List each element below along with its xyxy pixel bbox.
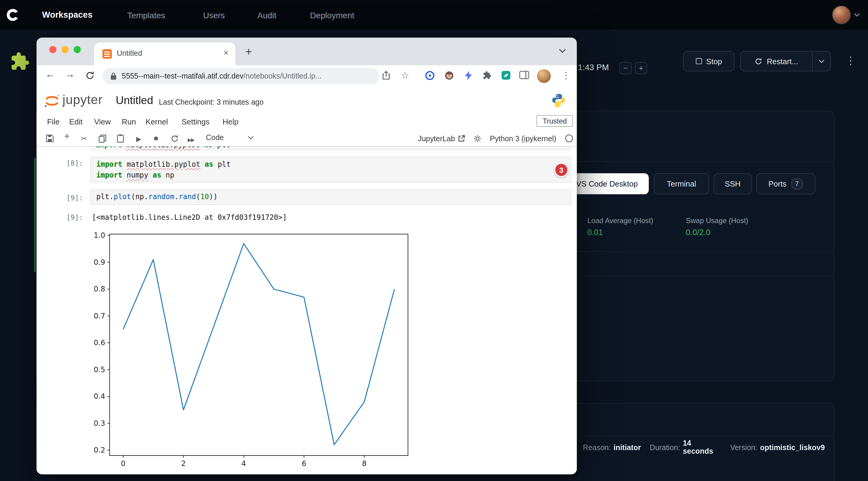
- svg-text:0.8: 0.8: [94, 285, 105, 293]
- ssh-button[interactable]: SSH: [714, 173, 752, 194]
- run-cell-icon[interactable]: ▶: [136, 134, 141, 143]
- monkey-extension-icon[interactable]: [444, 71, 454, 80]
- menu-settings[interactable]: Settings: [182, 117, 209, 126]
- notebook-title[interactable]: Untitled: [116, 94, 153, 107]
- restart-split-button: Restart...: [740, 51, 831, 71]
- reason-value: initiator: [614, 443, 641, 451]
- nav-item-users[interactable]: Users: [203, 10, 225, 20]
- load-average-label: Load Average (Host): [587, 217, 653, 225]
- close-window-button[interactable]: [49, 46, 56, 53]
- forward-button[interactable]: →: [65, 69, 75, 81]
- cell9-output-repr: [<matplotlib.lines.Line2D at 0x7fd03f191…: [92, 213, 287, 222]
- notebook-cells-area: import matplotlib.pyplot as plt [8]: imp…: [37, 147, 577, 474]
- duration-label: Duration:: [650, 443, 680, 451]
- gear-icon[interactable]: [473, 134, 482, 143]
- tab-search-chevron-icon[interactable]: [559, 49, 566, 53]
- external-link-icon: [458, 135, 465, 141]
- notebook-header: jupyter Untitled Last Checkpoint: 3 minu…: [37, 87, 577, 114]
- menu-kernel[interactable]: Kernel: [146, 117, 168, 126]
- menu-edit[interactable]: Edit: [69, 117, 83, 126]
- tab-title: Untitled: [117, 49, 142, 58]
- svg-text:2: 2: [181, 459, 186, 468]
- python-logo-icon: [551, 93, 566, 107]
- restart-options-button[interactable]: [812, 52, 830, 71]
- decrease-button[interactable]: −: [619, 62, 632, 74]
- vscode-desktop-button[interactable]: VS Code Desktop: [565, 173, 649, 194]
- cell8-code-line1: import matplotlib.pyplot as plt: [96, 159, 565, 170]
- cell9-code-editor[interactable]: plt.plot(np.random.rand(10)): [90, 189, 571, 205]
- puzzle-extension-icon[interactable]: [10, 52, 30, 71]
- cell8-code-editor[interactable]: import matplotlib.pyplot as plt import n…: [90, 157, 571, 183]
- stop-icon: [695, 58, 702, 64]
- cell9-code-line: plt.plot(np.random.rand(10)): [96, 192, 565, 203]
- matplotlib-figure-svg: 0.20.30.40.50.60.70.80.91.002468: [89, 229, 409, 471]
- menu-run[interactable]: Run: [122, 117, 136, 126]
- jupyter-wordmark[interactable]: jupyter: [63, 92, 103, 107]
- trusted-button[interactable]: Trusted: [536, 115, 573, 127]
- version-value[interactable]: optimistic_liskov9: [760, 443, 825, 451]
- save-icon[interactable]: [46, 134, 54, 142]
- checkpoint-status: Last Checkpoint: 3 minutes ago: [159, 98, 264, 106]
- cell-type-select[interactable]: Code: [206, 133, 254, 142]
- paste-cell-icon[interactable]: [117, 134, 124, 143]
- leaf-extension-icon[interactable]: [501, 71, 510, 80]
- reload-button[interactable]: [85, 71, 94, 80]
- jupyter-notebook: jupyter Untitled Last Checkpoint: 3 minu…: [37, 87, 577, 474]
- svg-text:4: 4: [242, 459, 246, 468]
- kernel-name[interactable]: Python 3 (ipykernel): [490, 134, 556, 143]
- user-avatar[interactable]: [832, 5, 851, 24]
- interrupt-kernel-icon[interactable]: ■: [154, 134, 158, 143]
- cut-cell-icon[interactable]: ✂: [81, 134, 87, 143]
- browser-window: Untitled × + ← → 5555--main--test-: [37, 38, 577, 474]
- restart-kernel-icon[interactable]: [170, 134, 179, 143]
- notebook-toolbar-right: JupyterLab Python 3 (ipykernel): [418, 130, 574, 147]
- chevron-down-icon[interactable]: [854, 13, 860, 17]
- close-tab-icon[interactable]: ×: [223, 48, 228, 58]
- browser-profile-avatar[interactable]: [537, 69, 551, 83]
- menu-view[interactable]: View: [94, 117, 111, 126]
- browser-tab[interactable]: Untitled ×: [94, 42, 236, 65]
- kernel-status-icon: [565, 134, 574, 143]
- browser-menu-kebab[interactable]: ⋮: [561, 70, 570, 82]
- nav-item-templates[interactable]: Templates: [127, 10, 165, 20]
- onepassword-extension-icon[interactable]: [425, 71, 434, 80]
- restart-run-all-icon[interactable]: ▶▶: [188, 135, 194, 145]
- lightning-extension-icon[interactable]: [465, 71, 472, 80]
- maximize-window-button[interactable]: [73, 46, 81, 53]
- add-cell-icon[interactable]: +: [64, 132, 70, 141]
- notebook-menubar: File Edit View Run Kernel Settings Help …: [37, 114, 577, 130]
- menu-file[interactable]: File: [47, 117, 60, 126]
- svg-text:6: 6: [302, 459, 306, 468]
- nav-item-deployment[interactable]: Deployment: [310, 10, 354, 20]
- coder-logo-icon[interactable]: [5, 8, 20, 22]
- jupyter-logo-icon[interactable]: [44, 92, 60, 109]
- workspace-menu-kebab[interactable]: ⋮: [845, 54, 856, 67]
- back-button[interactable]: ←: [45, 69, 55, 81]
- cell8-input-prompt: [8]:: [66, 159, 83, 167]
- bookmark-star-icon[interactable]: ☆: [401, 70, 409, 82]
- share-icon[interactable]: [382, 70, 391, 80]
- ports-button[interactable]: Ports 7: [756, 173, 815, 194]
- terminal-button[interactable]: Terminal: [654, 173, 709, 194]
- lock-icon: [110, 72, 117, 81]
- address-bar[interactable]: 5555--main--test--matifali.atif.cdr.dev/…: [102, 68, 379, 84]
- increase-button[interactable]: +: [635, 62, 647, 74]
- restart-workspace-button[interactable]: Restart...: [741, 52, 812, 71]
- minimize-window-button[interactable]: [61, 46, 69, 53]
- menu-help[interactable]: Help: [222, 117, 239, 126]
- stop-workspace-button[interactable]: Stop: [683, 51, 735, 71]
- nav-item-workspaces[interactable]: Workspaces: [42, 10, 92, 20]
- build-metadata-row: Reason: initiator Duration: 14 seconds V…: [583, 439, 834, 455]
- top-navigation: Workspaces Templates Users Audit Deploym…: [0, 0, 868, 31]
- open-in-jupyterlab-link[interactable]: JupyterLab: [418, 134, 465, 143]
- extensions-puzzle-icon[interactable]: [483, 71, 492, 80]
- svg-text:0: 0: [121, 459, 125, 468]
- nav-item-audit[interactable]: Audit: [257, 10, 276, 20]
- clipped-cell-above[interactable]: import matplotlib.pyplot as plt: [90, 147, 571, 151]
- notebook-toolbar: + ✂ ▶ ■ ▶▶ Code: [37, 130, 577, 147]
- copy-cell-icon[interactable]: [99, 134, 106, 143]
- ports-count-badge: 7: [791, 178, 803, 190]
- reason-label: Reason:: [583, 443, 611, 451]
- new-tab-button[interactable]: +: [245, 45, 252, 58]
- side-panel-icon[interactable]: [519, 71, 529, 79]
